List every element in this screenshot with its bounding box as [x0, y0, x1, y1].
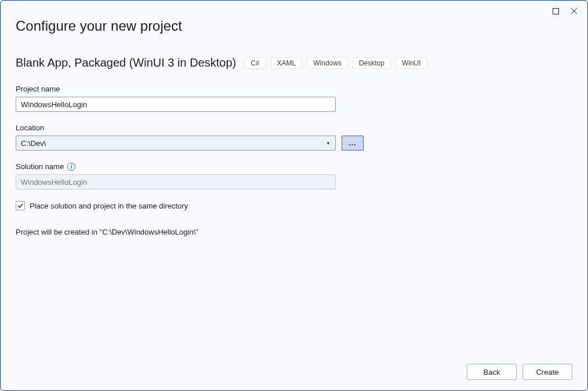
- info-icon[interactable]: i: [67, 163, 75, 171]
- check-icon: [17, 202, 24, 209]
- same-directory-checkbox[interactable]: [16, 201, 25, 210]
- close-icon: [571, 8, 578, 14]
- create-button[interactable]: Create: [522, 364, 572, 380]
- solution-name-label: Solution name: [16, 162, 64, 171]
- tag-desktop: Desktop: [353, 57, 391, 69]
- maximize-button[interactable]: [547, 4, 564, 18]
- same-directory-label: Place solution and project in the same d…: [30, 202, 188, 210]
- project-path-info: Project will be created in "C:\Dev\Windo…: [16, 228, 572, 236]
- svg-rect-0: [553, 8, 558, 14]
- browse-button[interactable]: ...: [342, 136, 364, 151]
- tag-winui: WinUI: [395, 57, 427, 69]
- tag-xaml: XAML: [271, 57, 303, 69]
- tag-csharp: C#: [244, 57, 266, 69]
- solution-name-input: [16, 174, 336, 189]
- template-name: Blank App, Packaged (WinUI 3 in Desktop): [16, 56, 236, 70]
- close-button[interactable]: [565, 4, 583, 18]
- back-button[interactable]: Back: [467, 364, 517, 380]
- chevron-down-icon: ▼: [326, 141, 331, 146]
- tag-windows: Windows: [307, 57, 348, 69]
- location-label: Location: [16, 123, 572, 132]
- project-name-input[interactable]: [16, 97, 336, 112]
- maximize-icon: [553, 8, 559, 14]
- location-value: C:\Dev\: [21, 139, 46, 148]
- page-title: Configure your new project: [16, 18, 572, 34]
- location-combo[interactable]: C:\Dev\ ▼: [16, 136, 336, 151]
- project-name-label: Project name: [16, 85, 572, 93]
- tag-list: C# XAML Windows Desktop WinUI: [244, 57, 427, 69]
